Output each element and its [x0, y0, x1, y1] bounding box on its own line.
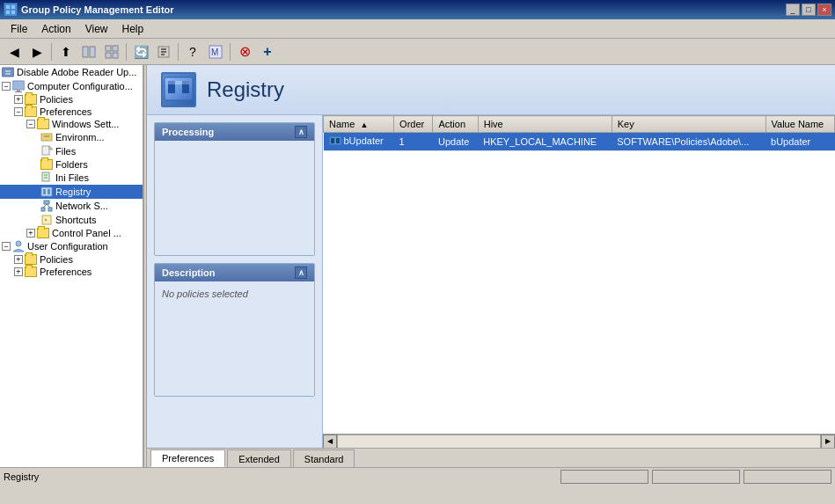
forward-button[interactable]: ▶ — [26, 41, 48, 62]
tab-extended[interactable]: Extended — [227, 449, 290, 467]
side-panels: Processing ∧ Description ∧ No policies s… — [147, 115, 323, 448]
col-name[interactable]: Name ▲ — [324, 116, 394, 133]
expand-computer-icon[interactable]: − — [2, 82, 11, 91]
files-icon — [40, 145, 53, 157]
expand-policies-icon[interactable]: + — [14, 95, 23, 104]
main-container: Disable Adobe Reader Up... − Computer Co… — [0, 65, 835, 467]
col-action[interactable]: Action — [433, 116, 478, 133]
processing-section: Processing ∧ — [154, 122, 315, 256]
view-button[interactable] — [101, 41, 122, 62]
add-button[interactable]: + — [257, 41, 278, 62]
scroll-left-button[interactable]: ◀ — [323, 435, 337, 449]
menu-help[interactable]: Help — [115, 21, 151, 37]
row-hive: HKEY_LOCAL_MACHINE — [478, 133, 612, 151]
export-button[interactable] — [153, 41, 174, 62]
col-order[interactable]: Order — [394, 116, 433, 133]
maximize-button[interactable]: □ — [802, 4, 816, 16]
user-preferences-label: Preferences — [40, 267, 92, 277]
separator-1 — [51, 43, 52, 61]
svg-rect-20 — [17, 90, 20, 91]
scroll-track[interactable] — [337, 435, 821, 449]
tree-user-config[interactable]: − User Configuration — [0, 239, 143, 253]
svg-rect-33 — [41, 208, 45, 211]
mmc-button[interactable]: M — [205, 41, 226, 62]
title-bar: Group Policy Management Editor _ □ × — [0, 0, 835, 19]
description-header: Description ∧ — [155, 264, 314, 281]
top-node-label: Disable Adobe Reader Up... — [17, 67, 136, 77]
tree-user-policies[interactable]: + Policies — [0, 253, 143, 266]
tree-folders[interactable]: Folders — [0, 158, 143, 171]
up-button[interactable]: ⬆ — [55, 41, 77, 62]
status-right-item-3 — [743, 470, 831, 484]
svg-rect-29 — [41, 187, 52, 196]
close-button[interactable]: × — [817, 4, 831, 16]
tree-preferences-1[interactable]: − Preferences — [0, 106, 143, 118]
menu-view[interactable]: View — [78, 21, 115, 37]
table-row[interactable]: bUpdater 1 Update HKEY_LOCAL_MACHINE SOF… — [324, 133, 835, 151]
description-title: Description — [162, 267, 216, 278]
svg-rect-44 — [331, 138, 334, 143]
tree-control-panel[interactable]: + Control Panel ... — [0, 227, 143, 239]
back-button[interactable]: ◀ — [4, 41, 25, 62]
processing-title: Processing — [162, 127, 214, 137]
tree-files[interactable]: Files — [0, 144, 143, 158]
expand-user-pref-icon[interactable]: + — [14, 267, 23, 276]
collapse-description-button[interactable]: ∧ — [295, 267, 307, 279]
menu-action[interactable]: Action — [34, 21, 77, 37]
tree-ini-files[interactable]: Ini Files — [0, 171, 143, 185]
stop-button[interactable]: ⊗ — [234, 41, 255, 62]
expand-control-icon[interactable]: + — [26, 229, 35, 237]
separator-4 — [230, 43, 231, 61]
tree-policies-1[interactable]: + Policies — [0, 93, 143, 106]
tab-preferences[interactable]: Preferences — [150, 449, 225, 467]
sort-arrow: ▲ — [360, 121, 368, 129]
tab-standard[interactable]: Standard — [293, 449, 355, 467]
window-controls[interactable]: _ □ × — [786, 4, 831, 16]
svg-rect-26 — [42, 172, 49, 181]
tree-computer-config[interactable]: − Computer Configuratio... — [0, 79, 143, 93]
collapse-processing-button[interactable]: ∧ — [295, 126, 307, 138]
expand-pref-icon[interactable]: − — [14, 107, 23, 116]
tree-user-preferences[interactable]: + Preferences — [0, 266, 143, 278]
tree-node-top[interactable]: Disable Adobe Reader Up... — [0, 65, 143, 79]
no-policies-text: No policies selected — [162, 289, 248, 299]
help-button[interactable]: ? — [182, 41, 203, 62]
ini-icon — [40, 172, 53, 184]
menu-file[interactable]: File — [4, 21, 34, 37]
table-scroll[interactable]: Name ▲ Order Action Hive — [323, 115, 835, 434]
svg-rect-16 — [2, 68, 14, 77]
tab-bar: Preferences Extended Standard — [147, 448, 835, 467]
row-key: SOFTWARE\Policies\Adobe\... — [612, 133, 765, 151]
minimize-button[interactable]: _ — [786, 4, 800, 16]
tree-network-shares[interactable]: Network S... — [0, 199, 143, 213]
svg-rect-3 — [11, 11, 15, 14]
refresh-button[interactable]: 🔄 — [130, 41, 151, 62]
expand-user-policies-icon[interactable]: + — [14, 255, 23, 264]
row-action: Update — [433, 133, 478, 151]
right-panel: Registry Processing ∧ Descri — [147, 65, 835, 467]
tree-registry[interactable]: Registry — [0, 185, 143, 199]
menu-bar: File Action View Help — [0, 19, 835, 39]
col-key[interactable]: Key — [612, 116, 765, 133]
svg-line-36 — [47, 204, 50, 208]
col-hive[interactable]: Hive — [478, 116, 612, 133]
windows-settings-label: Windows Sett... — [52, 119, 119, 129]
user-icon — [12, 240, 25, 252]
scroll-right-button[interactable]: ▶ — [821, 435, 835, 449]
svg-rect-24 — [42, 146, 49, 155]
col-value-name[interactable]: Value Name — [765, 116, 834, 133]
expand-user-icon[interactable]: − — [2, 242, 11, 251]
tree-shortcuts[interactable]: Shortcuts — [0, 213, 143, 227]
tree-environment[interactable]: Environm... — [0, 130, 143, 144]
show-hide-button[interactable] — [78, 41, 99, 62]
svg-rect-0 — [6, 5, 10, 9]
svg-rect-30 — [43, 189, 46, 194]
table-header-row: Name ▲ Order Action Hive — [324, 116, 835, 133]
folder-icon-pref-1 — [25, 106, 37, 117]
expand-winsett-icon[interactable]: − — [26, 120, 35, 128]
preferences-1-label: Preferences — [40, 106, 92, 117]
status-right-item-2 — [652, 470, 740, 484]
svg-marker-25 — [49, 146, 53, 150]
window-title: Group Policy Management Editor — [21, 4, 174, 15]
tree-windows-settings[interactable]: − Windows Sett... — [0, 118, 143, 130]
